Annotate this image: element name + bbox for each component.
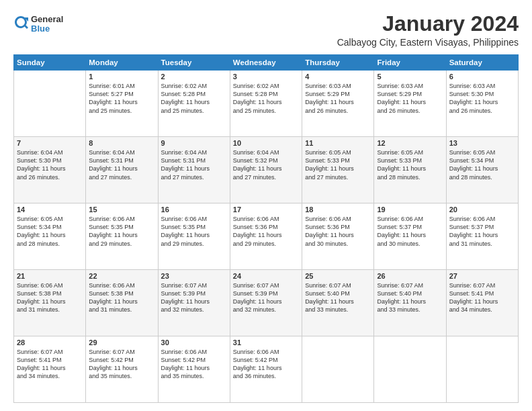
calendar-cell: 26Sunrise: 6:07 AM Sunset: 5:40 PM Dayli… bbox=[374, 270, 446, 336]
day-info: Sunrise: 6:06 AM Sunset: 5:37 PM Dayligh… bbox=[449, 215, 515, 248]
calendar-cell: 12Sunrise: 6:05 AM Sunset: 5:33 PM Dayli… bbox=[374, 137, 446, 203]
day-info: Sunrise: 6:04 AM Sunset: 5:31 PM Dayligh… bbox=[161, 148, 227, 181]
day-number: 24 bbox=[233, 272, 299, 280]
calendar-cell bbox=[302, 336, 374, 403]
day-number: 11 bbox=[305, 139, 371, 147]
calendar-row: 7Sunrise: 6:04 AM Sunset: 5:30 PM Daylig… bbox=[14, 137, 519, 203]
day-number: 5 bbox=[377, 73, 443, 81]
day-number: 4 bbox=[305, 73, 371, 81]
calendar-cell: 1Sunrise: 6:01 AM Sunset: 5:27 PM Daylig… bbox=[86, 71, 158, 137]
calendar-cell bbox=[14, 71, 86, 137]
day-number: 6 bbox=[449, 73, 515, 81]
day-info: Sunrise: 6:04 AM Sunset: 5:30 PM Dayligh… bbox=[17, 148, 83, 181]
calendar-cell: 29Sunrise: 6:07 AM Sunset: 5:42 PM Dayli… bbox=[86, 336, 158, 403]
col-friday: Friday bbox=[374, 55, 446, 71]
calendar-cell: 4Sunrise: 6:03 AM Sunset: 5:29 PM Daylig… bbox=[302, 71, 374, 137]
day-info: Sunrise: 6:02 AM Sunset: 5:28 PM Dayligh… bbox=[233, 82, 299, 115]
day-number: 19 bbox=[377, 205, 443, 214]
logo-blue: Blue bbox=[31, 24, 63, 34]
logo-icon bbox=[13, 15, 28, 34]
day-number: 30 bbox=[161, 338, 227, 347]
day-info: Sunrise: 6:07 AM Sunset: 5:40 PM Dayligh… bbox=[305, 281, 371, 314]
col-saturday: Saturday bbox=[446, 55, 518, 71]
logo: General Blue bbox=[13, 15, 63, 34]
title-block: January 2024 Calbayog City, Eastern Visa… bbox=[337, 12, 519, 48]
calendar-cell: 19Sunrise: 6:06 AM Sunset: 5:37 PM Dayli… bbox=[374, 203, 446, 270]
calendar-cell: 13Sunrise: 6:05 AM Sunset: 5:34 PM Dayli… bbox=[446, 137, 518, 203]
day-info: Sunrise: 6:07 AM Sunset: 5:39 PM Dayligh… bbox=[161, 281, 227, 314]
day-info: Sunrise: 6:04 AM Sunset: 5:32 PM Dayligh… bbox=[233, 148, 299, 181]
day-info: Sunrise: 6:07 AM Sunset: 5:41 PM Dayligh… bbox=[449, 281, 515, 314]
day-number: 2 bbox=[161, 73, 227, 81]
day-info: Sunrise: 6:06 AM Sunset: 5:35 PM Dayligh… bbox=[89, 215, 154, 248]
day-number: 25 bbox=[305, 272, 371, 280]
calendar-cell: 18Sunrise: 6:06 AM Sunset: 5:36 PM Dayli… bbox=[302, 203, 374, 270]
day-number: 18 bbox=[305, 205, 371, 214]
header: General Blue January 2024 Calbayog City,… bbox=[13, 12, 519, 48]
calendar-cell: 30Sunrise: 6:06 AM Sunset: 5:42 PM Dayli… bbox=[158, 336, 230, 403]
calendar-cell: 15Sunrise: 6:06 AM Sunset: 5:35 PM Dayli… bbox=[86, 203, 158, 270]
calendar-cell: 9Sunrise: 6:04 AM Sunset: 5:31 PM Daylig… bbox=[158, 137, 230, 203]
day-number: 9 bbox=[161, 139, 227, 147]
day-info: Sunrise: 6:06 AM Sunset: 5:42 PM Dayligh… bbox=[161, 348, 227, 381]
calendar-cell: 25Sunrise: 6:07 AM Sunset: 5:40 PM Dayli… bbox=[302, 270, 374, 336]
col-wednesday: Wednesday bbox=[230, 55, 302, 71]
day-info: Sunrise: 6:06 AM Sunset: 5:36 PM Dayligh… bbox=[233, 215, 299, 248]
day-info: Sunrise: 6:06 AM Sunset: 5:35 PM Dayligh… bbox=[161, 215, 227, 248]
col-tuesday: Tuesday bbox=[158, 55, 230, 71]
day-info: Sunrise: 6:03 AM Sunset: 5:29 PM Dayligh… bbox=[377, 82, 443, 115]
day-number: 3 bbox=[233, 73, 299, 81]
header-row: Sunday Monday Tuesday Wednesday Thursday… bbox=[14, 55, 519, 71]
day-number: 17 bbox=[233, 205, 299, 214]
calendar-cell: 24Sunrise: 6:07 AM Sunset: 5:39 PM Dayli… bbox=[230, 270, 302, 336]
logo-text: General Blue bbox=[31, 15, 63, 34]
calendar-cell: 8Sunrise: 6:04 AM Sunset: 5:31 PM Daylig… bbox=[86, 137, 158, 203]
col-monday: Monday bbox=[86, 55, 158, 71]
day-info: Sunrise: 6:04 AM Sunset: 5:31 PM Dayligh… bbox=[89, 148, 154, 181]
calendar-cell bbox=[446, 336, 518, 403]
day-info: Sunrise: 6:02 AM Sunset: 5:28 PM Dayligh… bbox=[161, 82, 227, 115]
calendar-cell: 16Sunrise: 6:06 AM Sunset: 5:35 PM Dayli… bbox=[158, 203, 230, 270]
day-info: Sunrise: 6:03 AM Sunset: 5:30 PM Dayligh… bbox=[449, 82, 515, 115]
day-info: Sunrise: 6:06 AM Sunset: 5:38 PM Dayligh… bbox=[89, 281, 154, 314]
calendar-cell: 10Sunrise: 6:04 AM Sunset: 5:32 PM Dayli… bbox=[230, 137, 302, 203]
calendar-cell: 6Sunrise: 6:03 AM Sunset: 5:30 PM Daylig… bbox=[446, 71, 518, 137]
calendar-row: 21Sunrise: 6:06 AM Sunset: 5:38 PM Dayli… bbox=[14, 270, 519, 336]
calendar-cell bbox=[374, 336, 446, 403]
calendar-cell: 28Sunrise: 6:07 AM Sunset: 5:41 PM Dayli… bbox=[14, 336, 86, 403]
day-info: Sunrise: 6:01 AM Sunset: 5:27 PM Dayligh… bbox=[89, 82, 154, 115]
day-number: 12 bbox=[377, 139, 443, 147]
day-number: 14 bbox=[17, 205, 83, 214]
day-number: 10 bbox=[233, 139, 299, 147]
day-info: Sunrise: 6:05 AM Sunset: 5:34 PM Dayligh… bbox=[449, 148, 515, 181]
calendar-cell: 5Sunrise: 6:03 AM Sunset: 5:29 PM Daylig… bbox=[374, 71, 446, 137]
day-number: 28 bbox=[17, 338, 83, 347]
calendar-cell: 2Sunrise: 6:02 AM Sunset: 5:28 PM Daylig… bbox=[158, 71, 230, 137]
day-info: Sunrise: 6:07 AM Sunset: 5:39 PM Dayligh… bbox=[233, 281, 299, 314]
day-info: Sunrise: 6:06 AM Sunset: 5:38 PM Dayligh… bbox=[17, 281, 83, 314]
calendar-cell: 7Sunrise: 6:04 AM Sunset: 5:30 PM Daylig… bbox=[14, 137, 86, 203]
day-info: Sunrise: 6:06 AM Sunset: 5:36 PM Dayligh… bbox=[305, 215, 371, 248]
day-number: 22 bbox=[89, 272, 154, 280]
logo-general: General bbox=[31, 15, 63, 24]
calendar-cell: 14Sunrise: 6:05 AM Sunset: 5:34 PM Dayli… bbox=[14, 203, 86, 270]
col-thursday: Thursday bbox=[302, 55, 374, 71]
calendar-row: 1Sunrise: 6:01 AM Sunset: 5:27 PM Daylig… bbox=[14, 71, 519, 137]
day-number: 31 bbox=[233, 338, 299, 347]
day-number: 13 bbox=[449, 139, 515, 147]
calendar-cell: 27Sunrise: 6:07 AM Sunset: 5:41 PM Dayli… bbox=[446, 270, 518, 336]
day-number: 29 bbox=[89, 338, 154, 347]
day-number: 8 bbox=[89, 139, 154, 147]
day-info: Sunrise: 6:06 AM Sunset: 5:42 PM Dayligh… bbox=[233, 348, 299, 381]
month-title: January 2024 bbox=[337, 12, 519, 36]
day-info: Sunrise: 6:05 AM Sunset: 5:33 PM Dayligh… bbox=[377, 148, 443, 181]
calendar-cell: 22Sunrise: 6:06 AM Sunset: 5:38 PM Dayli… bbox=[86, 270, 158, 336]
calendar-cell: 3Sunrise: 6:02 AM Sunset: 5:28 PM Daylig… bbox=[230, 71, 302, 137]
col-sunday: Sunday bbox=[14, 55, 86, 71]
calendar-row: 28Sunrise: 6:07 AM Sunset: 5:41 PM Dayli… bbox=[14, 336, 519, 403]
day-number: 15 bbox=[89, 205, 154, 214]
day-number: 21 bbox=[17, 272, 83, 280]
day-info: Sunrise: 6:07 AM Sunset: 5:41 PM Dayligh… bbox=[17, 348, 83, 381]
calendar-cell: 17Sunrise: 6:06 AM Sunset: 5:36 PM Dayli… bbox=[230, 203, 302, 270]
calendar-table: Sunday Monday Tuesday Wednesday Thursday… bbox=[13, 54, 519, 403]
